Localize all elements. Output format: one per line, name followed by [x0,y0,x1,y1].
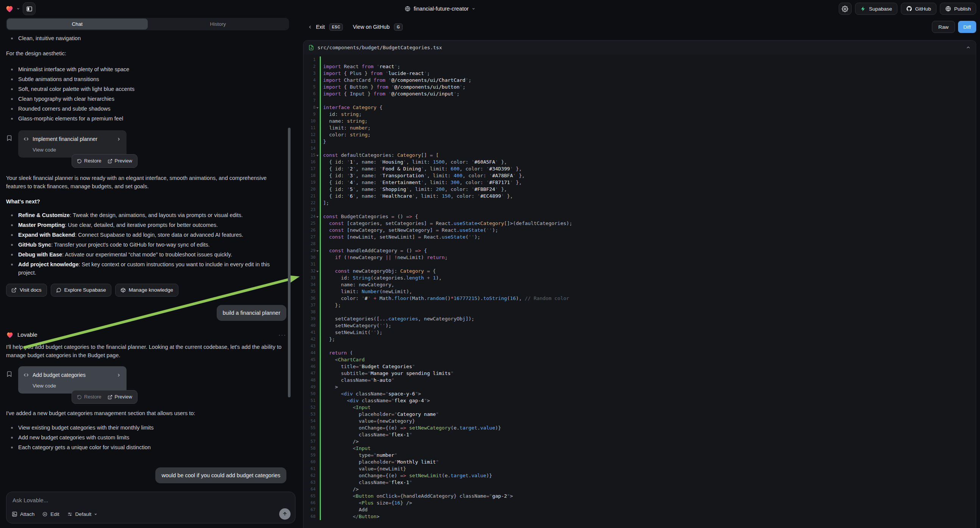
code-text: setCategories([...categories, newCategor… [320,315,474,322]
code-line: 33 id: String(categories.length + 1), [304,275,976,281]
fold-spacer [315,459,320,466]
code-token: ' [513,173,516,178]
fold-chevron-icon[interactable] [315,152,320,159]
chevron-down-icon[interactable] [16,7,20,11]
composer[interactable]: Ask Lovable... Attach Edit Default [6,491,296,523]
fold-spacer [315,466,320,472]
fold-spacer [315,391,320,397]
fold-chevron-icon[interactable] [315,247,320,254]
fold-chevron-icon[interactable] [315,268,320,275]
code-text: id: String(categories.length + 1), [320,275,442,281]
view-code-link[interactable]: View code [33,382,121,389]
raw-button[interactable]: Raw [932,21,955,33]
restore-button[interactable]: Restore [77,157,102,165]
send-button[interactable] [279,508,291,520]
fold-spacer [315,111,320,118]
code-token: ( [484,227,487,233]
fold-spacer [315,363,320,370]
exit-button[interactable]: Exit [316,24,325,30]
bookmark-icon[interactable] [6,130,14,168]
line-number-text: 41 [311,329,315,336]
list-item: View existing budget categories with the… [6,423,286,432]
code-token: Category [401,268,424,274]
preview-button[interactable]: Preview [108,393,132,401]
manage-knowledge-button[interactable]: Manage knowledge [115,284,178,297]
line-number: 36 [304,295,320,302]
change-card-selected[interactable]: Add budget categories View code [18,366,127,394]
code-token: {(e) [385,425,400,431]
globe-icon [945,6,951,12]
project-selector[interactable]: financial-future-creator [404,0,476,17]
line-number-text: 25 [311,220,315,227]
code-token: " [359,364,362,369]
line-number: 20 [304,186,320,193]
model-selector[interactable]: Default [67,511,98,517]
list-item: Add project knowledge: Set key context o… [6,260,286,277]
line-number: 23 [304,207,320,213]
code-token: lucide-react [388,70,424,76]
code-token: ' [395,64,398,69]
code-token: )} [487,473,492,479]
code-line: 45 <ChartCard [304,356,976,363]
code-token: ' [353,173,356,178]
code-token: = [371,452,374,458]
diff-button[interactable]: Diff [958,21,976,33]
edit-button[interactable]: Edit [42,511,59,517]
fold-spacer [315,384,320,391]
chevron-left-icon[interactable] [308,25,312,30]
code-token: ' [466,77,469,83]
visit-docs-button[interactable]: Visit docs [6,284,47,297]
tab-chat[interactable]: Chat [7,19,148,30]
line-number: 31 [304,261,320,268]
line-number: 47 [304,370,320,377]
file-path-bar[interactable]: src/components/budget/BudgetCategories.t… [304,41,976,54]
collapse-code-button[interactable] [966,45,971,50]
list-item: Clean typography with clear hierarchies [6,95,286,103]
code-token: ; [469,77,472,83]
restore-button[interactable]: Restore [77,393,102,401]
sidebar-toggle-button[interactable] [23,2,36,15]
composer-toolbar: Attach Edit Default [12,508,291,520]
settings-button[interactable] [839,3,851,15]
view-code-link[interactable]: View code [33,146,121,153]
code-token: const [329,227,344,233]
change-card[interactable]: Implement financial planner View code [18,130,127,157]
fold-chevron-icon[interactable] [315,213,320,220]
code-token: ' [353,159,356,165]
line-number-text: 54 [311,418,315,425]
code-line: 43 [304,343,976,350]
code-editor[interactable]: 12import React from 'react';3import { Pl… [304,54,976,520]
explore-supabase-button[interactable]: Explore Supabase [51,284,111,297]
more-menu-button[interactable]: ··· [278,331,286,339]
code-line: 28 [304,240,976,247]
code-token: => [401,473,406,479]
code-token: { [391,500,395,506]
code-text: { id: '6', name: 'Healthcare', limit: 15… [320,193,513,200]
bullet-text: Glass-morphic elements for a premium fee… [18,115,123,123]
code-token: setNewLimit [409,473,442,479]
attach-button[interactable]: Attach [12,511,35,517]
tab-history[interactable]: History [148,19,289,30]
fold-chevron-icon[interactable] [315,104,320,111]
code-token: const [323,152,338,158]
code-line: 60 placeholder="Monthly limit" [304,459,976,466]
publish-button[interactable]: Publish [940,3,976,15]
code-token: " [507,493,510,499]
code-token [323,254,335,260]
view-on-github-button[interactable]: View on GitHub [353,24,390,30]
code-token: , color: [445,186,471,192]
line-number-text: 43 [311,343,315,350]
composer-placeholder[interactable]: Ask Lovable... [13,497,289,503]
bookmark-icon[interactable] [6,366,14,404]
line-number-text: 1 [313,56,315,63]
preview-button[interactable]: Preview [108,157,132,165]
code-token: " [388,480,391,485]
github-button[interactable]: GitHub [901,3,936,15]
chat-scrollbar[interactable] [288,128,291,397]
assistant-paragraph: I'll help you add budget categories to t… [6,343,286,359]
fold-spacer [315,91,320,97]
supabase-button[interactable]: Supabase [855,3,897,15]
lovable-logo[interactable] [5,5,14,13]
line-number-text: 60 [311,459,315,466]
code-line: 68 </Button> [304,513,976,520]
